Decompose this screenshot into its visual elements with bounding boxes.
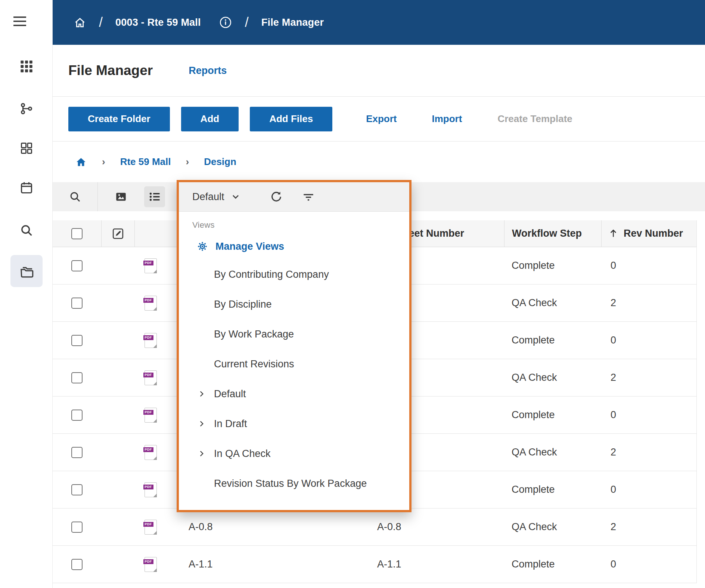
cell-workflow-step: QA Check — [504, 508, 601, 545]
view-item-label: Revision Status By Work Package — [214, 478, 367, 489]
view-item-label: In Draft — [214, 418, 247, 430]
manage-views-item[interactable]: Manage Views — [179, 233, 409, 259]
row-checkbox[interactable] — [71, 335, 83, 346]
add-files-button[interactable]: Add Files — [250, 107, 332, 131]
add-button[interactable]: Add — [181, 107, 239, 131]
table-row[interactable]: PDF A-1.1 A-1.1 Complete 0 — [53, 546, 696, 583]
rev-number-column-header[interactable]: Rev Number — [601, 220, 696, 247]
views-section-label: Views — [179, 217, 409, 233]
sidebar-item-apps[interactable] — [10, 50, 43, 83]
pdf-file-icon: PDF — [145, 557, 157, 572]
view-item-label: By Work Package — [214, 329, 294, 340]
sidebar-item-search[interactable] — [10, 214, 43, 246]
cell-workflow-step: QA Check — [504, 434, 601, 471]
row-checkbox[interactable] — [71, 559, 83, 570]
chevron-right-icon — [197, 389, 206, 399]
view-item-label: In QA Check — [214, 448, 271, 460]
apps-grid-icon — [20, 60, 33, 73]
cell-workflow-step: Complete — [504, 396, 601, 433]
row-checkbox[interactable] — [71, 372, 83, 383]
gallery-view-icon[interactable] — [111, 186, 131, 207]
pdf-file-icon: PDF — [145, 333, 157, 348]
pdf-file-icon: PDF — [145, 258, 157, 273]
sidebar-item-workflow[interactable] — [10, 93, 43, 125]
view-item[interactable]: Revision Status By Work Package — [179, 469, 409, 498]
pdf-file-icon: PDF — [145, 445, 157, 460]
sort-up-icon — [608, 228, 618, 239]
view-item[interactable]: By Contributing Company — [179, 259, 409, 289]
topbar-separator: / — [245, 15, 249, 30]
create-template-button[interactable]: Create Template — [497, 113, 572, 125]
annotate-column-header[interactable] — [101, 220, 135, 247]
breadcrumb-folder[interactable]: Design — [204, 156, 236, 168]
view-item-label: Current Revisions — [214, 358, 294, 370]
topbar-separator: / — [99, 15, 103, 30]
list-view-icon[interactable] — [144, 186, 165, 207]
sidebar-item-calendar[interactable] — [10, 172, 43, 204]
actions-row: Create Folder Add Add Files Export Impor… — [53, 97, 705, 141]
search-icon — [19, 223, 34, 237]
page-title: File Manager — [68, 63, 153, 78]
search-icon[interactable] — [53, 182, 97, 211]
breadcrumb-project[interactable]: Rte 59 Mall — [120, 156, 171, 168]
cell-rev-number: 2 — [601, 359, 696, 396]
cell-rev-number: 0 — [601, 247, 696, 284]
sidebar-item-dashboard[interactable] — [10, 132, 43, 164]
refresh-icon[interactable] — [270, 190, 283, 203]
cell-rev-number: 2 — [601, 434, 696, 471]
views-list: By Contributing Company By Discipline By… — [179, 259, 409, 498]
cell-workflow-step: Complete — [504, 247, 601, 284]
pdf-file-icon: PDF — [145, 520, 157, 535]
topbar: / 0003 - Rte 59 Mall / File Manager — [53, 0, 705, 45]
cell-name: A-1.1 — [166, 559, 377, 570]
cell-sheet-number: A-1.1 — [377, 559, 504, 570]
view-item[interactable]: Default — [179, 379, 409, 409]
row-checkbox[interactable] — [71, 522, 83, 533]
home-icon[interactable] — [75, 157, 87, 167]
workflow-step-column-header[interactable]: Workflow Step — [504, 220, 601, 247]
dashboard-icon — [20, 141, 33, 155]
reports-link[interactable]: Reports — [189, 65, 227, 77]
view-item-label: By Contributing Company — [214, 269, 329, 280]
row-checkbox[interactable] — [71, 410, 83, 421]
topbar-page: File Manager — [261, 17, 324, 28]
import-button[interactable]: Import — [432, 113, 462, 125]
view-item[interactable]: Current Revisions — [179, 349, 409, 379]
info-icon[interactable] — [219, 16, 232, 29]
select-all-checkbox[interactable] — [71, 228, 83, 239]
row-checkbox[interactable] — [71, 298, 83, 309]
cell-workflow-step: QA Check — [504, 284, 601, 321]
breadcrumb: › Rte 59 Mall › Design — [53, 141, 705, 182]
view-item[interactable]: In QA Check — [179, 439, 409, 469]
view-item-label: Default — [214, 388, 246, 400]
page-head: File Manager Reports — [53, 45, 705, 97]
chevron-down-icon — [230, 192, 241, 202]
view-item[interactable]: By Work Package — [179, 319, 409, 349]
cell-rev-number: 2 — [601, 508, 696, 545]
pdf-file-icon: PDF — [145, 482, 157, 497]
row-checkbox[interactable] — [71, 447, 83, 458]
view-item[interactable]: In Draft — [179, 409, 409, 439]
export-button[interactable]: Export — [366, 113, 397, 125]
topbar-project[interactable]: 0003 - Rte 59 Mall — [115, 17, 201, 28]
calendar-icon — [19, 181, 34, 195]
sidebar-item-file-manager[interactable] — [10, 255, 43, 287]
home-icon[interactable] — [74, 17, 86, 28]
view-selector[interactable]: Default — [192, 191, 241, 203]
menu-icon[interactable] — [12, 16, 27, 27]
chevron-separator: › — [186, 156, 189, 168]
pdf-file-icon: PDF — [145, 408, 157, 423]
filter-icon[interactable] — [302, 190, 315, 203]
view-item[interactable]: By Discipline — [179, 289, 409, 319]
toolbar-divider — [97, 182, 98, 211]
create-folder-button[interactable]: Create Folder — [68, 107, 170, 131]
annotate-icon — [111, 227, 125, 240]
cell-workflow-step: Complete — [504, 546, 601, 583]
cell-name: A-0.8 — [166, 521, 377, 533]
table-row[interactable]: PDF A-0.8 A-0.8 QA Check 2 — [53, 508, 696, 546]
chevron-right-icon — [197, 419, 206, 429]
row-checkbox[interactable] — [71, 260, 83, 271]
row-checkbox[interactable] — [71, 484, 83, 495]
views-popup: Views Manage Views By Contributing Compa… — [179, 211, 409, 510]
gear-icon — [197, 241, 208, 252]
